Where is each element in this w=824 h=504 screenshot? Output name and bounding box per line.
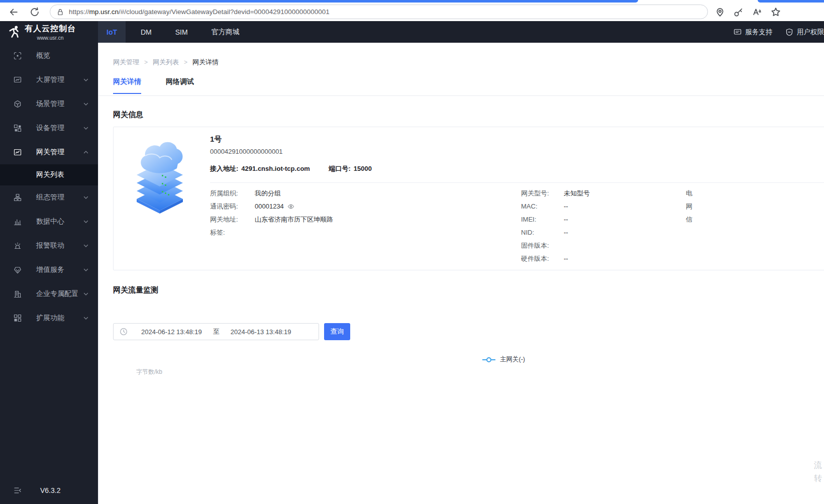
chevron-down-icon: [83, 315, 89, 321]
device-icon: [14, 124, 22, 132]
location-icon[interactable]: [715, 7, 725, 17]
top-tab-dm[interactable]: DM: [132, 21, 160, 43]
chevron-down-icon: [83, 243, 89, 249]
field-row-hardware: 硬件版本: --: [521, 252, 824, 265]
field-row-org: 所属组织: 我的分组: [210, 187, 521, 200]
gem-icon: [14, 266, 22, 274]
app-top-nav: 有人云控制台 www.usr.cn IoT DM SIM 官方商城 服务支持 用…: [0, 21, 824, 43]
chevron-up-icon: [83, 149, 89, 155]
user-rights-button[interactable]: 用户权限: [785, 28, 824, 37]
eye-icon[interactable]: [287, 203, 294, 210]
field-row-imei: IMEI: --: [521, 213, 824, 226]
date-to-value[interactable]: 2024-06-13 13:48:19: [231, 328, 291, 336]
gateway-fields-clipped: 电 网 信: [686, 187, 692, 226]
chevron-down-icon: [83, 77, 89, 83]
date-range-input[interactable]: 2024-06-12 13:48:19 至 2024-06-13 13:48:1…: [113, 323, 319, 340]
url-text: https://mp.usr.cn/#/cloud/gateway/ViewGa…: [69, 8, 330, 16]
app-subtitle: www.usr.cn: [25, 35, 76, 41]
chevron-down-icon: [83, 219, 89, 225]
query-button[interactable]: 查询: [324, 323, 350, 340]
traffic-query-row: 2024-06-12 13:48:19 至 2024-06-13 13:48:1…: [113, 323, 350, 340]
browser-back-icon[interactable]: [8, 6, 20, 18]
port-label: 端口号:: [329, 165, 351, 172]
sidebar-item-overview[interactable]: 概览: [0, 44, 98, 68]
sidebar-item-enterprise[interactable]: 企业专属配置: [0, 282, 98, 306]
sidebar-item-extension[interactable]: 扩展功能: [0, 306, 98, 330]
sidebar-item-datacenter[interactable]: 数据中心: [0, 210, 98, 234]
read-aloud-icon[interactable]: [752, 7, 762, 17]
chevron-down-icon: [83, 267, 89, 273]
breadcrumb: 网关管理 > 网关列表 > 网关详情: [113, 58, 219, 67]
screen-icon: [14, 76, 22, 84]
breadcrumb-separator: >: [144, 59, 148, 66]
gateway-fields-right: 网关型号: 未知型号 MAC: -- IMEI: -- NID: -- 固件版本…: [521, 187, 824, 265]
favorite-star-icon[interactable]: [771, 7, 781, 17]
browser-refresh-icon[interactable]: [29, 6, 41, 18]
floating-clipped-text: 转: [814, 473, 822, 484]
top-nav-right: 服务支持 用户权限: [734, 21, 824, 43]
version-label: V6.3.2: [40, 486, 60, 494]
chart-y-axis-label: 字节数/kb: [136, 368, 162, 376]
app-title: 有人云控制台: [25, 24, 76, 34]
section-title-gateway-info: 网关信息: [113, 110, 143, 120]
grid-icon: [14, 314, 22, 322]
lock-icon[interactable]: [56, 8, 64, 16]
sidebar-subitem-gateway-list[interactable]: 网关列表: [0, 164, 98, 185]
top-nav-tabs: IoT DM SIM 官方商城: [98, 21, 248, 43]
gateway-access-row: 接入地址:4291.cnsh.iot-tcp.com 端口号:15000: [210, 164, 372, 173]
sidebar-item-gateway[interactable]: 网关管理: [0, 140, 98, 164]
password-key-icon[interactable]: [734, 7, 744, 17]
browser-actions: [715, 7, 781, 17]
legend-line-marker-icon: [482, 357, 496, 363]
sidebar-collapse-icon[interactable]: [14, 486, 22, 494]
alarm-icon: [14, 242, 22, 250]
sidebar: 概览 大屏管理 场景管理 设备管理 网关管理 网关列表 组态管理: [0, 43, 98, 504]
address-bar[interactable]: https://mp.usr.cn/#/cloud/gateway/ViewGa…: [50, 5, 708, 19]
section-title-traffic: 网关流量监测: [113, 285, 158, 295]
shield-icon: [785, 28, 793, 36]
tabs-divider: [98, 95, 824, 96]
gateway-fields-left: 所属组织: 我的分组 通讯密码: 00001234 网关地址: 山东省济南市历下…: [210, 187, 521, 265]
field-row-nid: NID: --: [521, 226, 824, 239]
app-logo[interactable]: 有人云控制台 www.usr.cn: [0, 21, 98, 43]
gateway-cloud-illustration: [134, 139, 186, 217]
floating-clipped-text: 流: [814, 460, 822, 471]
main-content: 网关管理 > 网关列表 > 网关详情 网关详情 网络调试 网关信息: [98, 43, 824, 504]
chart-legend[interactable]: 主网关(-): [482, 355, 525, 364]
field-row-mac: MAC: --: [521, 200, 824, 213]
sidebar-item-device[interactable]: 设备管理: [0, 116, 98, 140]
bar-chart-icon: [14, 218, 22, 226]
field-row-tags: 标签:: [210, 226, 521, 239]
clock-icon: [120, 328, 128, 336]
sidebar-item-vas[interactable]: 增值服务: [0, 258, 98, 282]
usr-person-logo-icon: [9, 25, 21, 39]
top-tab-iot[interactable]: IoT: [98, 21, 126, 43]
sidebar-item-bigscreen[interactable]: 大屏管理: [0, 68, 98, 92]
breadcrumb-gateway-mgmt[interactable]: 网关管理: [113, 58, 139, 67]
scene-icon: [14, 100, 22, 108]
sidebar-item-scene[interactable]: 场景管理: [0, 92, 98, 116]
port-value: 15000: [354, 165, 372, 172]
date-range-separator: 至: [213, 327, 220, 336]
service-support-button[interactable]: 服务支持: [734, 28, 772, 37]
access-address-label: 接入地址:: [210, 165, 238, 172]
top-tab-mall[interactable]: 官方商城: [203, 21, 248, 43]
tab-gateway-detail[interactable]: 网关详情: [113, 77, 141, 94]
sidebar-item-scada[interactable]: 组态管理: [0, 185, 98, 210]
detail-tabs: 网关详情 网络调试: [113, 77, 219, 94]
breadcrumb-gateway-list[interactable]: 网关列表: [153, 58, 179, 67]
chat-icon: [734, 28, 742, 36]
field-row-password: 通讯密码: 00001234: [210, 200, 521, 213]
sidebar-item-alarm[interactable]: 报警联动: [0, 234, 98, 258]
gateway-info-card: 1号 00004291000000000001 接入地址:4291.cnsh.i…: [113, 127, 824, 270]
date-from-value[interactable]: 2024-06-12 13:48:19: [141, 328, 202, 336]
top-tab-sim[interactable]: SIM: [167, 21, 196, 43]
breadcrumb-current: 网关详情: [192, 58, 219, 67]
field-row-address: 网关地址: 山东省济南市历下区坤顺路: [210, 213, 521, 226]
field-row-model: 网关型号: 未知型号: [521, 187, 824, 200]
tab-network-debug[interactable]: 网络调试: [166, 77, 194, 94]
legend-label: 主网关(-): [500, 355, 525, 364]
card-divider: [210, 182, 824, 183]
building-icon: [14, 290, 22, 298]
gateway-icon: [14, 148, 22, 156]
